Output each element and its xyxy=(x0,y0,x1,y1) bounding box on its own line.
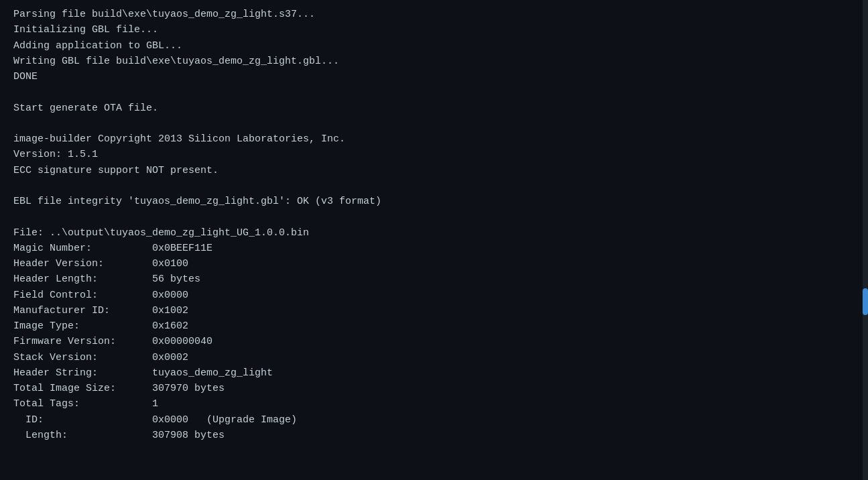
terminal-line: Header Version: 0x0100 xyxy=(13,256,855,272)
terminal-line: Initializing GBL file... xyxy=(13,22,855,38)
terminal-line: Stack Version: 0x0002 xyxy=(13,350,855,365)
terminal-line: File: ..\output\tuyaos_demo_zg_light_UG_… xyxy=(13,225,855,241)
terminal-line: DONE xyxy=(13,69,855,84)
terminal-line: Firmware Version: 0x00000040 xyxy=(13,334,855,349)
terminal-line xyxy=(13,209,855,225)
terminal-line: Header Length: 56 bytes xyxy=(13,272,855,287)
terminal-line: ID: 0x0000 (Upgrade Image) xyxy=(13,412,855,428)
terminal-line: Length: 307908 bytes xyxy=(13,428,855,443)
terminal-line: Parsing file build\exe\tuyaos_demo_zg_li… xyxy=(13,7,855,22)
terminal-line xyxy=(13,116,855,131)
terminal-line xyxy=(13,84,855,100)
terminal-line: Start generate OTA file. xyxy=(13,101,855,116)
terminal-line: Version: 1.5.1 xyxy=(13,147,855,162)
scrollbar-thumb[interactable] xyxy=(863,288,868,315)
terminal-window: Parsing file build\exe\tuyaos_demo_zg_li… xyxy=(0,0,868,480)
terminal-line: EBL file integrity 'tuyaos_demo_zg_light… xyxy=(13,194,855,209)
terminal-line: Manufacturer ID: 0x1002 xyxy=(13,303,855,318)
terminal-line: ECC signature support NOT present. xyxy=(13,163,855,178)
terminal-line: Total Tags: 1 xyxy=(13,396,855,412)
terminal-line: Total Image Size: 307970 bytes xyxy=(13,381,855,396)
terminal-line xyxy=(13,178,855,194)
terminal-line: Adding application to GBL... xyxy=(13,38,855,54)
scrollbar[interactable] xyxy=(863,0,868,480)
terminal-line: Field Control: 0x0000 xyxy=(13,288,855,303)
terminal-line: Image Type: 0x1602 xyxy=(13,318,855,334)
terminal-line: Header String: tuyaos_demo_zg_light xyxy=(13,365,855,381)
terminal-line: Writing GBL file build\exe\tuyaos_demo_z… xyxy=(13,54,855,69)
terminal-line: Magic Number: 0x0BEEF11E xyxy=(13,241,855,256)
terminal-line: image-builder Copyright 2013 Silicon Lab… xyxy=(13,131,855,147)
